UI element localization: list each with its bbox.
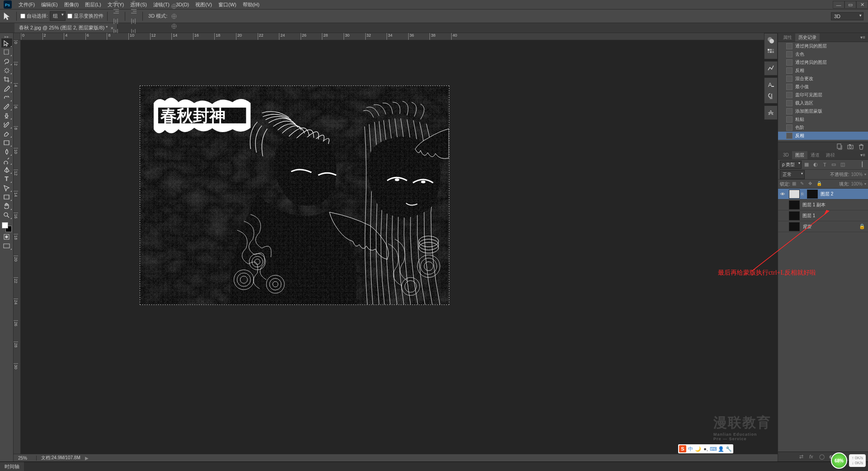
paragraph-panel-button[interactable] (764, 90, 777, 102)
ruler-origin[interactable] (14, 33, 21, 40)
mask-link-icon[interactable]: ⎘ (800, 192, 804, 196)
mask-thumbnail[interactable] (807, 190, 818, 199)
history-step[interactable]: 载入选区 (778, 99, 868, 107)
type-tool[interactable]: T (1, 174, 12, 183)
ime-keyboard-icon[interactable]: ⌨ (710, 445, 717, 452)
history-step[interactable]: 粘贴 (778, 115, 868, 124)
filter-smart-icon[interactable]: ◫ (839, 161, 847, 168)
character-panel-button[interactable]: A (764, 79, 777, 90)
lock-transparency-icon[interactable]: ▦ (792, 181, 798, 187)
history-step[interactable]: 反相 (778, 67, 868, 75)
move-tool[interactable] (1, 38, 12, 48)
menu-文件F[interactable]: 文件(F) (15, 2, 38, 7)
color-swatches[interactable] (2, 222, 12, 232)
snapshot-icon[interactable] (847, 143, 854, 150)
ime-toolbar[interactable]: S 中 🌙 ●, ⌨ 👤 🔧 (678, 444, 733, 453)
layers-tab-3D[interactable]: 3D (780, 152, 792, 158)
layers-panel-menu-icon[interactable]: ▾≡ (858, 152, 868, 157)
history-step[interactable]: 反相 (778, 132, 868, 140)
wand-tool[interactable] (1, 66, 12, 75)
minimize-button[interactable]: — (833, 1, 844, 9)
layer-row[interactable]: ⎘图层 2 (778, 189, 868, 200)
history-tab[interactable]: 历史记录 (795, 33, 820, 42)
fill-value[interactable]: 100% (851, 181, 863, 186)
opacity-value[interactable]: 100% (851, 172, 863, 177)
3d-mode-btn-2[interactable] (169, 11, 179, 21)
foreground-color-swatch[interactable] (2, 222, 8, 228)
layer-name[interactable]: 图层 1 副本 (802, 202, 826, 208)
layer-thumbnail[interactable] (789, 190, 800, 199)
layer-name[interactable]: 图层 2 (821, 191, 833, 197)
sogou-icon[interactable]: S (679, 445, 686, 452)
ime-punct-icon[interactable]: ●, (702, 445, 709, 452)
menu-编辑E[interactable]: 编辑(E) (38, 2, 61, 7)
blur-tool[interactable] (1, 147, 12, 156)
zoom-tool[interactable] (1, 210, 12, 219)
history-step[interactable]: 去色 (778, 50, 868, 58)
ime-person-icon[interactable]: 👤 (717, 445, 725, 452)
filter-adjust-icon[interactable]: ◐ (811, 161, 820, 168)
lasso-tool[interactable] (1, 57, 12, 66)
auto-select-dropdown[interactable]: 组 (50, 11, 66, 21)
properties-tab[interactable]: 属性 (780, 33, 795, 42)
align-btn-2[interactable] (111, 6, 121, 16)
history-step[interactable]: 色阶 (778, 124, 868, 132)
distribute-btn-2[interactable] (129, 6, 139, 16)
path-tool[interactable] (1, 183, 12, 192)
history-step[interactable]: 通过拷贝的图层 (778, 58, 868, 67)
history-step[interactable]: 混合更改 (778, 75, 868, 83)
visibility-toggle[interactable] (779, 190, 786, 198)
create-document-icon[interactable] (836, 143, 843, 150)
panel-menu-icon[interactable]: ▾≡ (858, 35, 868, 40)
healing-tool[interactable] (1, 93, 12, 102)
eyedropper-tool[interactable] (1, 84, 12, 93)
crop-tool[interactable] (1, 75, 12, 84)
lock-all-icon[interactable]: 🔒 (816, 181, 823, 187)
hand-tool[interactable] (1, 201, 12, 210)
menu-视图V[interactable]: 视图(V) (192, 2, 215, 7)
quickmask-button[interactable] (1, 232, 12, 241)
doc-info[interactable]: 文档:24.9M/107.8M (37, 455, 85, 461)
layers-tab-通道[interactable]: 通道 (807, 151, 823, 159)
ruler-horizontal[interactable]: 0246810121416182022242628303234363840 (21, 33, 778, 40)
maximize-button[interactable]: ▭ (844, 1, 856, 9)
history-brush-tool[interactable] (1, 120, 12, 129)
trash-icon[interactable] (858, 143, 864, 150)
menu-窗口W[interactable]: 窗口(W) (215, 2, 240, 7)
navigator-panel-button[interactable] (764, 107, 777, 119)
ruler-vertical[interactable]: 024681012141618202224262830 (14, 40, 21, 461)
brush-tool[interactable] (1, 102, 12, 111)
shape-tool[interactable] (1, 192, 12, 201)
canvas-document[interactable]: 春秋封神 (140, 86, 449, 305)
zoom-level[interactable]: 25% (14, 456, 37, 461)
workspace-dropdown[interactable]: 3D (831, 12, 863, 20)
distribute-btn-3[interactable] (129, 16, 139, 26)
filter-text-icon[interactable]: T (821, 161, 829, 168)
network-speed-widget[interactable]: 68% ↑ 0K/s ↓ 0K/s (831, 452, 866, 469)
panel-grip-icon[interactable]: ▸▸ (1, 35, 13, 38)
layer-mask-icon[interactable]: ◯ (819, 454, 826, 460)
gradient-tool[interactable] (1, 138, 12, 147)
history-step[interactable]: 盖印可见图层 (778, 91, 868, 99)
menu-图像I[interactable]: 图像(I) (61, 2, 82, 7)
canvas-area[interactable]: 0246810121416182022242628303234363840 02… (14, 33, 778, 461)
ime-zh-icon[interactable]: 中 (687, 445, 694, 452)
show-transform-checkbox[interactable]: 显示变换控件 (67, 13, 104, 19)
stamp-tool[interactable] (1, 111, 12, 120)
adjustments-panel-button[interactable] (764, 62, 777, 74)
close-button[interactable]: ✕ (856, 1, 868, 9)
info-expand-icon[interactable]: ▶ (85, 456, 89, 461)
blend-mode-dropdown[interactable]: 正常 (780, 170, 805, 179)
lock-pixels-icon[interactable]: ✎ (800, 181, 807, 187)
history-step[interactable]: 最小值 (778, 83, 868, 91)
filter-kind-dropdown[interactable]: ρ 类型 (780, 161, 802, 169)
menu-图层L[interactable]: 图层(L) (82, 2, 104, 7)
distribute-btn-1[interactable] (129, 0, 139, 6)
layer-fx-icon[interactable]: fx (809, 454, 816, 460)
move-tool-icon[interactable] (3, 11, 13, 21)
filter-shape-icon[interactable]: ▭ (830, 161, 838, 168)
screenmode-button[interactable] (1, 241, 12, 250)
link-layers-icon[interactable]: ⇄ (799, 454, 806, 460)
filter-toggle-icon[interactable]: ┃ (858, 161, 866, 168)
visibility-toggle[interactable] (779, 201, 786, 209)
